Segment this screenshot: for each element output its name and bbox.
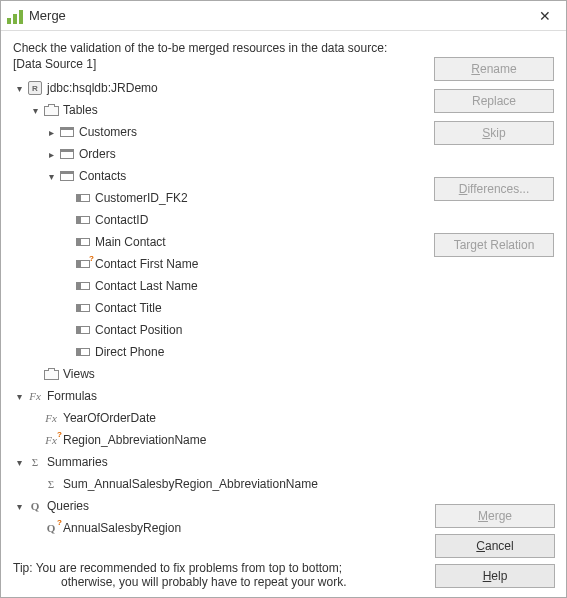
tree-node[interactable]: CustomerID_FK2 [13,187,426,209]
help-button[interactable]: Help [435,564,555,588]
tree-node-label: Orders [79,147,116,161]
tree-node[interactable]: ContactID [13,209,426,231]
tree-node[interactable]: Main Contact [13,231,426,253]
rename-button[interactable]: Rename [434,57,554,81]
column-icon [75,323,91,337]
tree-node-label: Contact First Name [95,257,198,271]
tree-node[interactable]: ▾Contacts [13,165,426,187]
target-relation-button[interactable]: Target Relation [434,233,554,257]
tree-node-label: Customers [79,125,137,139]
tree-node-label: ContactID [95,213,148,227]
tree-node-label: Queries [47,499,89,513]
window-title: Merge [29,8,530,23]
tree-node[interactable]: Contact Position [13,319,426,341]
merge-button[interactable]: Merge [435,504,555,528]
tree-node-label: Main Contact [95,235,166,249]
cancel-button[interactable]: Cancel [435,534,555,558]
column-icon [75,301,91,315]
column-icon [75,235,91,249]
tree-node[interactable]: Views [13,363,426,385]
expander-icon[interactable]: ▾ [13,500,25,512]
action-sidebar: Rename Replace Skip Differences... Targe… [434,39,554,553]
table-icon [59,147,75,161]
titlebar: Merge ✕ [1,1,566,31]
tree-node[interactable]: ▾Tables [13,99,426,121]
summary-icon: Σ [43,477,59,491]
tree-node-label: Sum_AnnualSalesbyRegion_AbbreviationName [63,477,318,491]
tree-node[interactable]: QAnnualSalesbyRegion [13,517,426,539]
tree-node-label: CustomerID_FK2 [95,191,188,205]
tree-node-label: jdbc:hsqldb:JRDemo [47,81,158,95]
differences-button[interactable]: Differences... [434,177,554,201]
table-icon [59,169,75,183]
tree-node[interactable]: ▸Customers [13,121,426,143]
data-source-label: [Data Source 1] [13,57,426,71]
tree-node[interactable]: Contact First Name [13,253,426,275]
app-icon [7,8,23,24]
skip-button[interactable]: Skip [434,121,554,145]
tree-node[interactable]: FxYearOfOrderDate [13,407,426,429]
formula-icon: Fx [43,411,59,425]
tree-node[interactable]: Contact Title [13,297,426,319]
query-icon: Q [27,499,43,513]
query-icon: Q [43,521,59,535]
tree-node-label: AnnualSalesbyRegion [63,521,181,535]
tree-node-label: Contacts [79,169,126,183]
tree-node[interactable]: ▾Rjdbc:hsqldb:JRDemo [13,77,426,99]
expander-icon[interactable]: ▾ [13,456,25,468]
tree-node-label: YearOfOrderDate [63,411,156,425]
expander-icon[interactable]: ▾ [45,170,57,182]
tree-node-label: Direct Phone [95,345,164,359]
tree-node[interactable]: Contact Last Name [13,275,426,297]
expander-icon[interactable]: ▾ [13,82,25,94]
tree-node[interactable]: ▾ΣSummaries [13,451,426,473]
expander-icon[interactable]: ▾ [29,104,41,116]
formula-icon: Fx [43,433,59,447]
tree-node[interactable]: ▾QQueries [13,495,426,517]
tree-node-label: Summaries [47,455,108,469]
expander-icon[interactable]: ▾ [13,390,25,402]
folder-icon [43,367,59,381]
column-icon [75,345,91,359]
resource-tree[interactable]: ▾Rjdbc:hsqldb:JRDemo▾Tables▸Customers▸Or… [13,75,426,553]
expander-icon[interactable]: ▸ [45,148,57,160]
expander-icon[interactable]: ▸ [45,126,57,138]
formula-icon: Fx [27,389,43,403]
close-icon[interactable]: ✕ [530,1,560,31]
tree-node-label: Formulas [47,389,97,403]
table-icon [59,125,75,139]
tree-node-label: Contact Last Name [95,279,198,293]
column-icon [75,279,91,293]
tree-node[interactable]: ▸Orders [13,143,426,165]
tree-node-label: Contact Title [95,301,162,315]
tree-node[interactable]: ΣSum_AnnualSalesbyRegion_AbbreviationNam… [13,473,426,495]
tree-node[interactable]: Direct Phone [13,341,426,363]
tree-node-label: Contact Position [95,323,182,337]
column-icon [75,213,91,227]
folder-icon [43,103,59,117]
tree-node[interactable]: ▾FxFormulas [13,385,426,407]
tree-node[interactable]: FxRegion_AbbreviationName [13,429,426,451]
instruction-text: Check the validation of the to-be merged… [13,41,426,55]
tree-node-label: Region_AbbreviationName [63,433,206,447]
tree-node-label: Tables [63,103,98,117]
footer-buttons: Merge Cancel Help [435,504,555,588]
replace-button[interactable]: Replace [434,89,554,113]
column-icon [75,191,91,205]
column-icon [75,257,91,271]
tree-node-label: Views [63,367,95,381]
database-icon: R [27,81,43,95]
summary-icon: Σ [27,455,43,469]
